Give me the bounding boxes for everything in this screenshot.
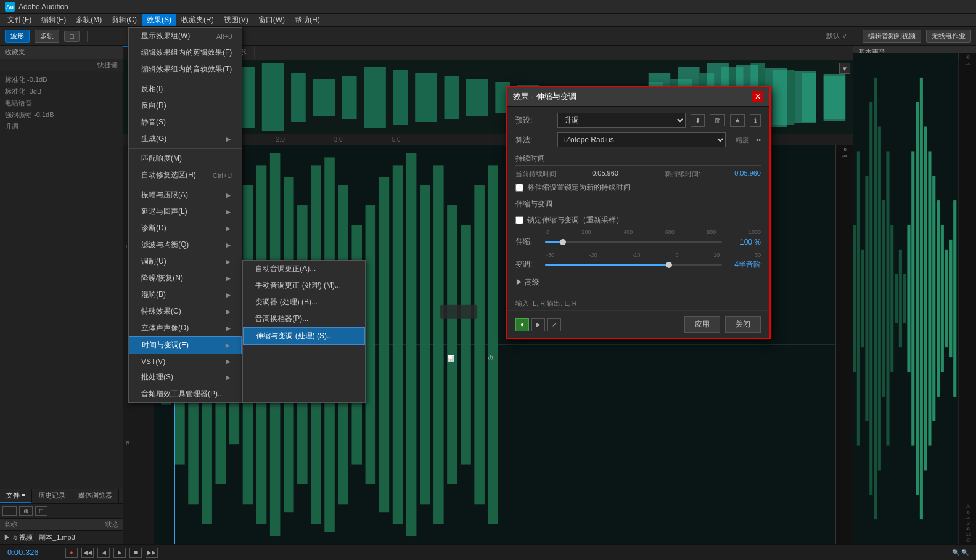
wireless-work-btn[interactable]: 无线电作业	[926, 30, 971, 43]
stretch-slider-section: 0 200 400 600 800 1000 伸缩: 100 %	[515, 229, 761, 247]
menu-reverse[interactable]: 反向(R)	[129, 97, 242, 114]
dialog-record-btn[interactable]: ●	[515, 318, 529, 331]
dialog-play-btn[interactable]: ▶	[531, 318, 545, 331]
delete-preset-btn[interactable]: 🗑	[710, 114, 725, 126]
new-file-btn[interactable]: ☰	[2, 506, 17, 516]
duration-values-row: 当前持续时间: 0:05.960 新持续时间: 0:05.960	[515, 169, 761, 179]
save-preset-btn[interactable]: ⬇	[691, 114, 705, 127]
file-item[interactable]: ▶ ♫ 视频 - 副本_1.mp3	[0, 531, 123, 544]
waveform-btn[interactable]: 波形	[5, 30, 30, 43]
submenu-stretch-pitch[interactable]: 伸缩与变调 (处理) (S)...	[243, 327, 365, 345]
import-btn[interactable]: ⊕	[19, 506, 33, 516]
file-tab[interactable]: 文件 ≡	[0, 489, 32, 503]
stretch-slider-track[interactable]	[545, 241, 722, 243]
menu-match-loudness[interactable]: 匹配响度(M)	[129, 150, 242, 167]
titlebar: Au Adobe Audition	[0, 0, 976, 14]
menu-view[interactable]: 视图(V)	[219, 14, 253, 26]
menu-time-pitch[interactable]: 时间与变调(E) ►	[129, 336, 242, 354]
stretch-value: 100 %	[727, 238, 761, 246]
duration-section-label: 持续时间	[515, 153, 761, 166]
menu-window[interactable]: 窗口(W)	[253, 14, 290, 26]
menu-multitrack[interactable]: 多轨(M)	[71, 14, 107, 26]
list-item[interactable]: 电话语音	[2, 97, 120, 109]
edit-audio-video-btn[interactable]: 编辑音频到视频	[863, 30, 921, 43]
list-item[interactable]: 标准化 -0.1dB	[2, 74, 120, 86]
menu-edit-clip-effects[interactable]: 编辑效果组内的剪辑效果(F)	[129, 44, 242, 61]
menu-batch[interactable]: 批处理(S) ►	[129, 369, 242, 386]
close-btn[interactable]: 关闭	[725, 316, 761, 333]
menu-help[interactable]: 帮助(H)	[290, 14, 325, 26]
menu-silence[interactable]: 静音(S)	[129, 114, 242, 131]
svg-rect-63	[488, 165, 498, 524]
menu-plugin-manager[interactable]: 音频增效工具管理器(P)...	[129, 386, 242, 402]
dialog-io-info: 输入: L, R 输出: L, R	[507, 296, 769, 310]
menu-invert[interactable]: 反相(I)	[129, 81, 242, 97]
menu-generate[interactable]: 生成(G) ►	[129, 131, 242, 147]
prev-btn[interactable]: ◀◀	[81, 548, 94, 558]
dialog-export-btn[interactable]: ↗	[547, 318, 561, 331]
menu-vst[interactable]: VST(V) ►	[129, 354, 242, 369]
list-item[interactable]: 升调	[2, 121, 120, 132]
record-btn[interactable]: ●	[65, 548, 78, 558]
scroll-right-btn[interactable]: ▼	[839, 63, 850, 74]
app-icon: Au	[5, 2, 15, 12]
list-item[interactable]: 标准化 -3dB	[2, 86, 120, 97]
menu-favorites[interactable]: 收藏夹(R)	[176, 14, 219, 26]
timeline-mark-4: 5.0	[392, 136, 401, 143]
folder-btn[interactable]: □	[35, 506, 47, 516]
svg-rect-90	[941, 225, 944, 372]
menu-clip[interactable]: 剪辑(C)	[107, 14, 142, 26]
info-btn[interactable]: ℹ	[750, 114, 761, 127]
lock-stretch-checkbox[interactable]	[515, 216, 523, 224]
menu-auto-heal[interactable]: 自动修复选区(H) Ctrl+U	[129, 167, 242, 184]
svg-rect-34	[794, 71, 816, 123]
menu-amplitude[interactable]: 振幅与压限(A) ►	[129, 187, 242, 203]
svg-rect-85	[920, 78, 923, 519]
menu-effects[interactable]: 效果(S)	[142, 14, 176, 26]
svg-rect-89	[937, 200, 940, 397]
menu-edit-track-effects[interactable]: 编辑效果组内的音轨效果(T)	[129, 61, 242, 78]
submenu-pitch-transposer[interactable]: 变调器 (处理) (B)...	[243, 294, 365, 310]
advanced-toggle[interactable]: ▶ 高级	[515, 275, 761, 290]
back-btn[interactable]: ◀	[97, 548, 110, 558]
media-tab[interactable]: 媒体浏览器	[72, 489, 119, 503]
menu-special-fx[interactable]: 特殊效果(C) ►	[129, 303, 242, 320]
lock-duration-checkbox-row[interactable]: 将伸缩设置锁定为新的持续时间	[515, 182, 761, 193]
mode-btn[interactable]: □	[64, 31, 80, 42]
stretch-label: 伸缩:	[515, 237, 540, 247]
dialog-close-btn[interactable]: ✕	[752, 91, 763, 102]
next-btn[interactable]: ▶▶	[146, 548, 158, 558]
pitch-slider-track[interactable]	[545, 264, 722, 266]
favorite-preset-btn[interactable]: ★	[730, 114, 745, 127]
preset-select[interactable]: 升调	[557, 113, 686, 128]
menu-filter-eq[interactable]: 滤波与均衡(Q) ►	[129, 237, 242, 253]
svg-rect-11	[393, 70, 408, 125]
history-tab[interactable]: 历史记录	[32, 489, 72, 503]
submenu-manual-pitch[interactable]: 手动音调更正 (处理) (M)...	[243, 277, 365, 294]
menu-noise-reduction[interactable]: 降噪/恢复(N) ►	[129, 270, 242, 286]
stop-btn[interactable]: ⏹	[129, 548, 142, 558]
lock-duration-checkbox[interactable]	[515, 184, 523, 192]
svg-rect-77	[886, 151, 889, 445]
file-panel-toolbar: ☰ ⊕ □	[0, 504, 123, 519]
menu-file[interactable]: 文件(F)	[2, 14, 36, 26]
svg-rect-35	[824, 74, 845, 121]
svg-rect-92	[949, 240, 952, 357]
menu-modulation[interactable]: 调制(U) ►	[129, 253, 242, 270]
play-btn[interactable]: ▶	[113, 548, 126, 558]
algorithm-select[interactable]: iZotope Radius	[557, 132, 726, 147]
menu-diagnostics[interactable]: 诊断(D) ►	[129, 220, 242, 237]
menu-show-effects-rack[interactable]: 显示效果组(W) Alt+0	[129, 28, 242, 44]
menu-delay-echo[interactable]: 延迟与回声(L) ►	[129, 203, 242, 220]
default-label[interactable]: 默认 ∨	[826, 31, 847, 41]
apply-btn[interactable]: 应用	[684, 316, 720, 333]
menu-reverb[interactable]: 混响(B) ►	[129, 286, 242, 303]
menu-stereo-image[interactable]: 立体声声像(O) ►	[129, 320, 242, 336]
submenu-auto-pitch[interactable]: 自动音调更正(A)...	[243, 261, 365, 277]
submenu-pitch-shifter[interactable]: 音高换档器(P)...	[243, 310, 365, 327]
menu-edit[interactable]: 编辑(E)	[36, 14, 71, 26]
lock-stretch-checkbox-row[interactable]: 锁定伸缩与变调（重新采样）	[515, 215, 761, 225]
list-item[interactable]: 强制振幅 -0.1dB	[2, 109, 120, 121]
multitrack-btn[interactable]: 多轨	[35, 30, 59, 43]
svg-rect-80	[899, 250, 902, 347]
